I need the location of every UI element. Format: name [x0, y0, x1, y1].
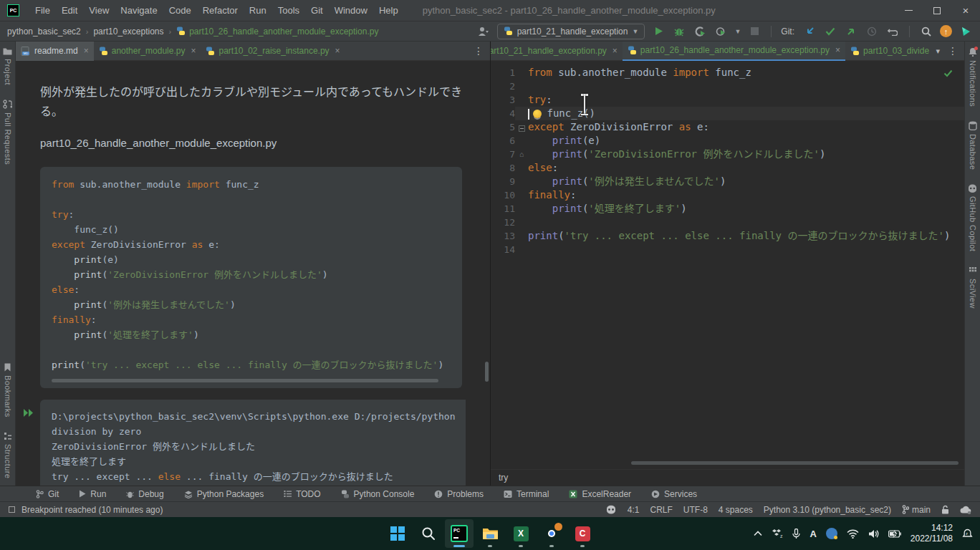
- close-button[interactable]: ×: [951, 0, 980, 21]
- tab-close-icon[interactable]: ×: [84, 46, 89, 56]
- menu-navigate[interactable]: Navigate: [115, 5, 163, 16]
- menu-edit[interactable]: Edit: [56, 5, 83, 16]
- copilot-status-icon[interactable]: [605, 505, 617, 514]
- menu-tools[interactable]: Tools: [272, 5, 305, 16]
- editor-line[interactable]: 11 print('処理を終了します'): [491, 202, 964, 216]
- tab-options-icon[interactable]: ⋮: [467, 45, 490, 57]
- tab-options-icon[interactable]: ⋮: [941, 45, 964, 57]
- tab-another-module-py[interactable]: another_module.py×: [94, 42, 201, 61]
- caret-position[interactable]: 4:1: [628, 505, 640, 515]
- line-number[interactable]: 8: [491, 161, 515, 175]
- editor-line[interactable]: 5except ZeroDivisionError as e:: [491, 120, 964, 134]
- git-commit-button[interactable]: [823, 24, 837, 39]
- editor-line[interactable]: 7⌂ print('ZeroDivisionError 例外をハンドルしました'…: [491, 148, 964, 161]
- line-number[interactable]: 9: [491, 175, 515, 188]
- breadcrumb-project[interactable]: python_basic_sec2: [7, 26, 81, 37]
- lock-icon[interactable]: [941, 505, 949, 514]
- toolwindow-python-console[interactable]: Python Console: [331, 489, 425, 499]
- python-interpreter[interactable]: Python 3.10 (python_basic_sec2): [764, 505, 891, 515]
- tray-app-icon[interactable]: [826, 528, 837, 539]
- rollback-button[interactable]: [885, 24, 900, 39]
- microphone-icon[interactable]: [792, 529, 800, 539]
- editor-line[interactable]: 6 print(e): [491, 134, 964, 148]
- tab-part10-26-handle-another-module-exception-py[interactable]: part10_26_handle_another_module_exceptio…: [623, 42, 845, 61]
- teal-plugin-icon[interactable]: [959, 24, 973, 39]
- profiler-button[interactable]: [693, 24, 707, 39]
- sidebar-item-bookmarks[interactable]: Bookmarks: [4, 363, 12, 418]
- hidden-tabs-chevron-icon[interactable]: ▾: [934, 47, 941, 56]
- editor-line[interactable]: 4func_z(): [491, 107, 964, 120]
- run-button[interactable]: [651, 24, 666, 39]
- toolwindow-debug[interactable]: Debug: [116, 489, 173, 499]
- status-square-icon[interactable]: [9, 506, 15, 513]
- codeblock-hscrollbar[interactable]: [52, 379, 438, 382]
- dropbox-paused-icon[interactable]: z: [772, 529, 783, 539]
- fold-collapse-icon[interactable]: [519, 125, 525, 132]
- menu-file[interactable]: File: [29, 5, 56, 16]
- menu-view[interactable]: View: [83, 5, 115, 16]
- minimize-button[interactable]: [894, 0, 923, 21]
- line-number[interactable]: 3: [491, 93, 515, 107]
- line-separator[interactable]: CRLF: [650, 505, 672, 515]
- ide-update-icon[interactable]: ↑: [940, 25, 952, 37]
- taskbar-clock[interactable]: 14:12 2022/11/08: [911, 523, 953, 544]
- menu-help[interactable]: Help: [373, 5, 404, 16]
- line-number[interactable]: 6: [491, 134, 515, 148]
- editor-line[interactable]: 9 print('例外は発生しませんでした'): [491, 175, 964, 188]
- chevron-down-icon[interactable]: ▼: [734, 28, 741, 35]
- wifi-icon[interactable]: [847, 529, 859, 539]
- editor-breadcrumb[interactable]: try: [491, 469, 964, 486]
- battery-icon[interactable]: [888, 530, 901, 538]
- tray-expand-icon[interactable]: [754, 531, 762, 536]
- start-button[interactable]: [383, 519, 412, 548]
- toolwindow-run[interactable]: Run: [69, 489, 116, 499]
- menu-window[interactable]: Window: [329, 5, 373, 16]
- taskbar-pycharm-button[interactable]: PC: [445, 519, 474, 548]
- editor-line[interactable]: 1from sub.another_module import func_z: [491, 66, 964, 79]
- editor-line[interactable]: 12: [491, 216, 964, 229]
- taskbar-chrome-button[interactable]: [537, 519, 566, 548]
- editor-line[interactable]: 14: [491, 243, 964, 256]
- git-push-button[interactable]: [844, 24, 858, 39]
- tab-part10-02-raise-instance-py[interactable]: part10_02_raise_instance.py×: [201, 42, 345, 61]
- status-message[interactable]: Breakpoint reached (10 minutes ago): [21, 505, 163, 515]
- toolwindow-terminal[interactable]: Terminal: [494, 489, 559, 499]
- toolwindow-git[interactable]: Git: [26, 489, 69, 499]
- taskbar-excel-button[interactable]: X: [506, 519, 535, 548]
- sidebar-item-notifications[interactable]: Notifications: [969, 47, 977, 107]
- code-editor[interactable]: 1from sub.another_module import func_z23…: [491, 61, 964, 469]
- left-panel-scrollbar[interactable]: [485, 362, 489, 382]
- editor-line[interactable]: 8else:: [491, 161, 964, 175]
- menu-code[interactable]: Code: [163, 5, 197, 16]
- tab-part10-21-handle-exception-py[interactable]: part10_21_handle_exception.py×: [491, 42, 623, 61]
- breadcrumb-file[interactable]: part10_26_handle_another_module_exceptio…: [176, 26, 378, 37]
- editor-line[interactable]: 10finally:: [491, 188, 964, 202]
- menu-run[interactable]: Run: [244, 5, 272, 16]
- line-number[interactable]: 11: [491, 202, 515, 216]
- line-number[interactable]: 14: [491, 243, 515, 256]
- sidebar-item-sciview[interactable]: SciView: [969, 266, 977, 309]
- notification-bell-icon[interactable]: z: [962, 529, 973, 539]
- line-number[interactable]: 13: [491, 229, 515, 243]
- line-number[interactable]: 1: [491, 66, 515, 79]
- line-number[interactable]: 4: [491, 107, 515, 120]
- intention-lightbulb-icon[interactable]: [533, 110, 542, 118]
- editor-line[interactable]: 3try:: [491, 93, 964, 107]
- volume-icon[interactable]: [868, 529, 879, 539]
- line-number[interactable]: 7: [491, 148, 515, 161]
- taskbar-search-button[interactable]: [414, 519, 443, 548]
- menu-refactor[interactable]: Refactor: [197, 5, 244, 16]
- ime-mode-indicator[interactable]: A: [810, 529, 816, 539]
- line-number[interactable]: 12: [491, 216, 515, 229]
- line-number[interactable]: 5: [491, 120, 515, 134]
- tab-close-icon[interactable]: ×: [335, 46, 340, 56]
- taskbar-camtasia-button[interactable]: C: [568, 519, 597, 548]
- toolwindow-python-packages[interactable]: Python Packages: [174, 489, 274, 499]
- inspections-ok-icon[interactable]: [943, 69, 953, 77]
- menu-git[interactable]: Git: [305, 5, 329, 16]
- indent-style[interactable]: 4 spaces: [719, 505, 753, 515]
- line-number[interactable]: 10: [491, 188, 515, 202]
- toolwindow-todo[interactable]: TODO: [274, 489, 330, 499]
- coverage-button[interactable]: [714, 24, 728, 39]
- git-branch-widget[interactable]: main: [902, 505, 931, 515]
